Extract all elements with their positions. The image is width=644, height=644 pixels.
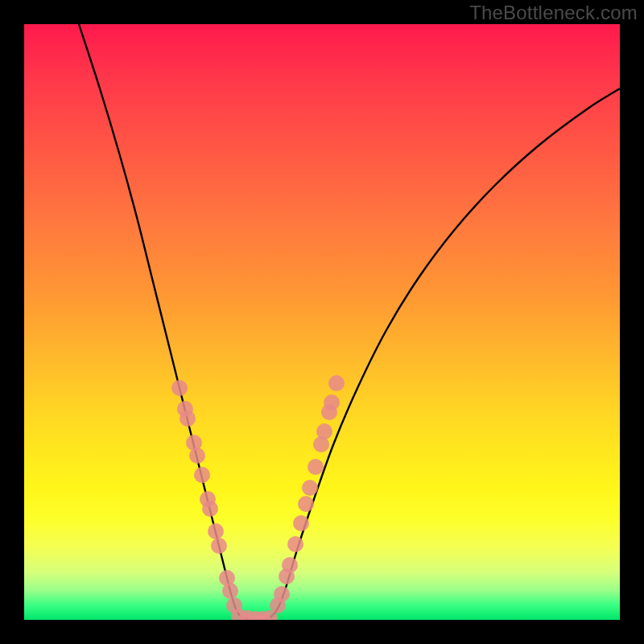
svg-point-23 bbox=[316, 423, 332, 440]
svg-point-14 bbox=[274, 586, 290, 602]
bottom-beads bbox=[231, 609, 278, 620]
curve-svg bbox=[24, 24, 620, 620]
svg-point-17 bbox=[287, 536, 303, 552]
left-beads bbox=[171, 380, 242, 613]
svg-point-7 bbox=[202, 501, 218, 517]
svg-point-26 bbox=[328, 375, 345, 391]
right-beads bbox=[270, 375, 345, 613]
svg-point-9 bbox=[211, 538, 227, 554]
svg-point-19 bbox=[298, 496, 314, 512]
svg-point-18 bbox=[293, 515, 309, 531]
svg-point-8 bbox=[208, 523, 224, 539]
watermark-text: TheBottleneck.com bbox=[469, 2, 638, 24]
svg-point-5 bbox=[194, 467, 210, 483]
svg-point-0 bbox=[171, 380, 188, 396]
svg-point-20 bbox=[302, 480, 318, 496]
svg-point-2 bbox=[180, 411, 196, 427]
svg-point-4 bbox=[189, 448, 205, 464]
bottleneck-curve bbox=[79, 24, 620, 620]
svg-point-25 bbox=[324, 394, 340, 411]
svg-point-16 bbox=[282, 557, 298, 573]
plot-area bbox=[24, 24, 620, 620]
chart-frame: TheBottleneck.com bbox=[0, 0, 644, 644]
svg-point-11 bbox=[222, 583, 238, 599]
svg-point-21 bbox=[308, 459, 324, 475]
